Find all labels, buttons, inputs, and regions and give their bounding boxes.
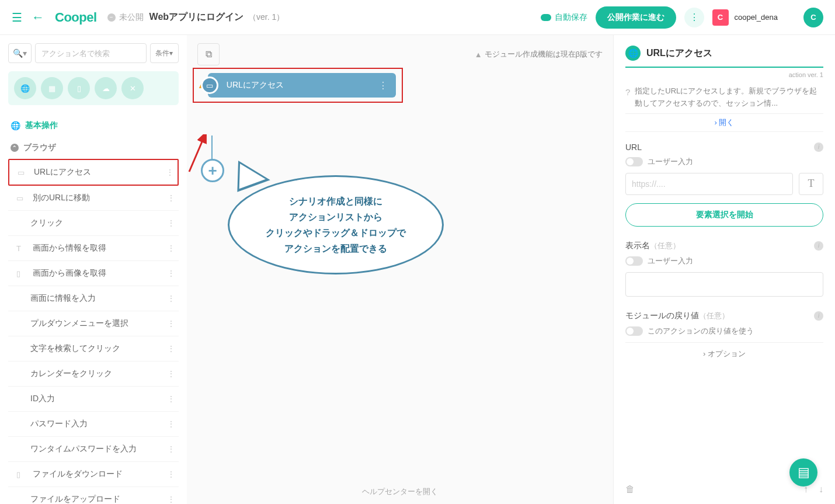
action-item[interactable]: 画面に情報を入力⋮ bbox=[8, 286, 179, 311]
toggle-switch[interactable] bbox=[625, 256, 643, 266]
sidebar: 🔍▾ 条件▾ 🌐 ▦ ▯ ☁ ✕ 🌐 基本操作 ⌃ ブラウザ ▭URLにアクセス… bbox=[0, 35, 187, 504]
category-browser[interactable]: ⌃ ブラウザ bbox=[8, 137, 179, 159]
url-input[interactable] bbox=[625, 173, 793, 195]
user-avatar-circle[interactable]: C bbox=[803, 8, 823, 27]
arrow-down-icon[interactable]: ↓ bbox=[819, 484, 823, 495]
start-element-select-button[interactable]: 要素選択を開始 bbox=[625, 203, 823, 227]
item-icon: ▯ bbox=[16, 269, 27, 278]
condition-filter[interactable]: 条件▾ bbox=[150, 43, 179, 63]
warning-icon: ▲ bbox=[475, 50, 482, 59]
cloud-tool-icon[interactable]: ☁ bbox=[95, 77, 117, 99]
logo: Coopel bbox=[55, 10, 97, 25]
search-input[interactable] bbox=[35, 43, 147, 63]
tools-icon[interactable]: ✕ bbox=[121, 77, 144, 99]
globe-icon[interactable]: 🌐 bbox=[14, 77, 36, 99]
canvas-node[interactable]: ▭ URLにアクセス ⋮ bbox=[208, 73, 396, 98]
option-link[interactable]: › オプション bbox=[625, 342, 823, 365]
bubble-line: アクションを配置できる bbox=[284, 241, 387, 256]
canvas[interactable]: ⧉ ▲ モジュール作成機能は現在β版です ▲ ▭ URLにアクセス ⋮ + bbox=[187, 35, 613, 504]
help-icon: ? bbox=[625, 85, 630, 110]
action-label: ファイルをアップロード bbox=[30, 494, 120, 504]
item-menu-icon[interactable]: ⋮ bbox=[167, 495, 175, 504]
action-item[interactable]: ▯画面から画像を取得⋮ bbox=[8, 261, 179, 286]
item-menu-icon[interactable]: ⋮ bbox=[167, 244, 175, 253]
item-icon: ▭ bbox=[16, 194, 27, 203]
action-label: カレンダーをクリック bbox=[30, 369, 112, 379]
feedback-fab[interactable]: ▤ bbox=[789, 458, 817, 486]
item-menu-icon[interactable]: ⋮ bbox=[167, 419, 175, 429]
item-menu-icon[interactable]: ⋮ bbox=[167, 319, 175, 328]
action-label: クリック bbox=[30, 218, 63, 228]
item-menu-icon[interactable]: ⋮ bbox=[167, 369, 175, 378]
user-input-toggle-row: ユーザー入力 bbox=[625, 157, 823, 167]
app-icon[interactable]: ▦ bbox=[41, 77, 63, 99]
item-menu-icon[interactable]: ⋮ bbox=[166, 168, 174, 177]
action-item[interactable]: パスワード入力⋮ bbox=[8, 412, 179, 437]
item-menu-icon[interactable]: ⋮ bbox=[167, 193, 175, 203]
expand-link[interactable]: › 開く bbox=[625, 113, 823, 132]
user-chip[interactable]: C coopel_dena bbox=[712, 9, 778, 26]
item-menu-icon[interactable]: ⋮ bbox=[167, 269, 175, 278]
help-center-link[interactable]: ヘルプセンターを開く bbox=[362, 486, 438, 497]
info-icon[interactable]: i bbox=[814, 311, 823, 321]
action-item[interactable]: ワンタイムパスワードを入力⋮ bbox=[8, 437, 179, 462]
minus-icon: − bbox=[107, 13, 116, 22]
desc-text: 指定したURLにアクセスします。新規でブラウザを起動してアクセスするので、セッシ… bbox=[635, 85, 823, 110]
toggle-switch[interactable] bbox=[625, 326, 643, 336]
item-menu-icon[interactable]: ⋮ bbox=[167, 394, 175, 404]
item-icon: ▯ bbox=[16, 470, 27, 479]
file-icon[interactable]: ▯ bbox=[68, 77, 90, 99]
user-input-toggle-row-2: ユーザー入力 bbox=[625, 256, 823, 266]
node-menu-icon[interactable]: ⋮ bbox=[378, 80, 388, 91]
bubble-line: シナリオ作成と同様に bbox=[289, 193, 382, 209]
action-item[interactable]: プルダウンメニューを選択⋮ bbox=[8, 311, 179, 336]
speech-bubble: シナリオ作成と同様に アクションリストから クリックやドラッグ＆ドロップで アク… bbox=[228, 175, 444, 274]
url-field-label: URL i bbox=[625, 142, 823, 152]
item-menu-icon[interactable]: ⋮ bbox=[167, 218, 175, 228]
toggle-switch[interactable] bbox=[625, 157, 643, 166]
search-icon[interactable]: 🔍▾ bbox=[8, 43, 32, 63]
info-icon[interactable]: i bbox=[814, 241, 823, 251]
action-label: 別のURLに移動 bbox=[33, 193, 90, 203]
action-item[interactable]: ▯ファイルをダウンロード⋮ bbox=[8, 462, 179, 487]
action-label: 画面から情報を取得 bbox=[33, 243, 106, 253]
category-label: 基本操作 bbox=[25, 120, 58, 131]
back-arrow-icon[interactable]: ← bbox=[32, 10, 44, 25]
page-title: Webアプリにログイン bbox=[149, 11, 243, 23]
globe-icon: 🌐 bbox=[625, 46, 641, 61]
item-menu-icon[interactable]: ⋮ bbox=[167, 470, 175, 479]
search-row: 🔍▾ 条件▾ bbox=[8, 43, 179, 63]
action-item[interactable]: ▭別のURLに移動⋮ bbox=[8, 186, 179, 211]
item-menu-icon[interactable]: ⋮ bbox=[167, 444, 175, 454]
publish-button[interactable]: 公開作業に進む bbox=[596, 6, 676, 29]
menu-icon[interactable]: ☰ bbox=[12, 11, 22, 25]
text-variable-button[interactable]: T bbox=[799, 173, 823, 195]
toggle-label: このアクションの戻り値を使う bbox=[648, 326, 754, 336]
info-icon[interactable]: i bbox=[814, 142, 823, 152]
action-item[interactable]: ▭URLにアクセス⋮ bbox=[8, 159, 179, 186]
action-item[interactable]: T画面から情報を取得⋮ bbox=[8, 236, 179, 261]
display-name-input[interactable] bbox=[625, 272, 823, 297]
svg-line-0 bbox=[189, 139, 203, 172]
action-item[interactable]: カレンダーをクリック⋮ bbox=[8, 362, 179, 387]
action-label: ワンタイムパスワードを入力 bbox=[30, 444, 137, 454]
category-label: ブラウザ bbox=[23, 142, 56, 153]
trash-icon[interactable]: 🗑 bbox=[625, 484, 635, 495]
tool-row: 🌐 ▦ ▯ ☁ ✕ bbox=[8, 71, 179, 105]
annotation-arrow bbox=[186, 134, 209, 175]
item-menu-icon[interactable]: ⋮ bbox=[167, 294, 175, 303]
item-menu-icon[interactable]: ⋮ bbox=[167, 344, 175, 353]
action-item[interactable]: クリック⋮ bbox=[8, 211, 179, 236]
action-item[interactable]: ファイルをアップロード⋮ bbox=[8, 487, 179, 504]
more-menu-button[interactable]: ⋮ bbox=[684, 8, 704, 27]
canvas-toolbar: ⧉ ▲ モジュール作成機能は現在β版です bbox=[197, 43, 603, 65]
action-label: 画面から画像を取得 bbox=[33, 268, 106, 279]
autosave-label: 自動保存 bbox=[555, 12, 587, 23]
action-label: ID入力 bbox=[30, 394, 55, 404]
action-item[interactable]: 文字を検索してクリック⋮ bbox=[8, 336, 179, 362]
action-item[interactable]: ID入力⋮ bbox=[8, 387, 179, 412]
copy-icon[interactable]: ⧉ bbox=[197, 43, 220, 65]
item-icon: ▭ bbox=[18, 168, 28, 177]
category-basic[interactable]: 🌐 基本操作 bbox=[8, 114, 179, 137]
display-name-label: 表示名（任意） i bbox=[625, 241, 823, 251]
